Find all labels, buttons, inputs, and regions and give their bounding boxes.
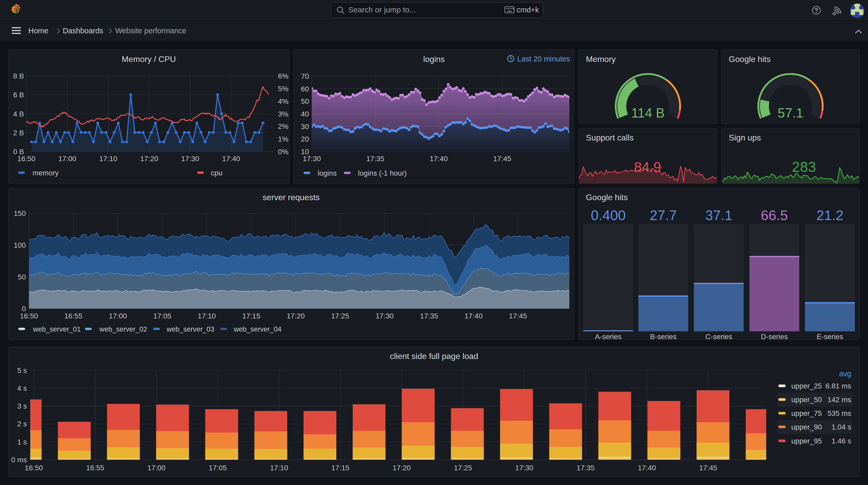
svg-text:17:15: 17:15 [242, 312, 260, 320]
svg-text:17:35: 17:35 [420, 312, 438, 320]
svg-text:20: 20 [301, 135, 309, 143]
svg-text:17:40: 17:40 [222, 155, 240, 163]
svg-text:70: 70 [301, 72, 309, 80]
svg-text:Last 20 minutes: Last 20 minutes [517, 55, 570, 63]
svg-text:114 B: 114 B [631, 106, 665, 120]
svg-text:50: 50 [301, 97, 309, 105]
svg-text:100: 100 [14, 241, 26, 249]
svg-text:8 B: 8 B [13, 72, 24, 80]
svg-text:17:25: 17:25 [331, 312, 349, 320]
svg-text:4%: 4% [278, 97, 288, 105]
svg-text:17:40: 17:40 [430, 155, 448, 163]
svg-text:17:00: 17:00 [148, 464, 165, 472]
svg-text:3 s: 3 s [17, 402, 27, 410]
svg-text:web_server_04: web_server_04 [234, 325, 282, 333]
svg-text:17:05: 17:05 [153, 312, 171, 320]
svg-text:17:10: 17:10 [270, 464, 288, 472]
svg-text:6 B: 6 B [13, 91, 24, 99]
svg-text:37.1: 37.1 [705, 207, 733, 223]
svg-text:upper_75: upper_75 [791, 409, 822, 417]
svg-text:avg: avg [839, 369, 851, 378]
svg-text:17:15: 17:15 [331, 464, 349, 472]
svg-text:283: 283 [792, 159, 816, 175]
svg-text:1%: 1% [278, 135, 288, 143]
svg-text:40: 40 [301, 110, 309, 118]
svg-text:17:00: 17:00 [58, 155, 76, 163]
svg-text:16:50: 16:50 [20, 312, 38, 320]
svg-text:30: 30 [301, 123, 309, 131]
svg-text:17:20: 17:20 [140, 155, 158, 163]
svg-text:Memory / CPU: Memory / CPU [122, 55, 176, 64]
svg-text:logins (-1 hour): logins (-1 hour) [358, 169, 407, 177]
svg-text:16:50: 16:50 [25, 464, 43, 472]
svg-text:2 B: 2 B [13, 129, 24, 137]
svg-text:17:05: 17:05 [209, 464, 227, 472]
svg-text:memory: memory [33, 169, 59, 177]
svg-text:0%: 0% [278, 148, 288, 156]
svg-text:66.5: 66.5 [761, 207, 788, 223]
svg-text:server requests: server requests [263, 193, 320, 202]
svg-text:6%: 6% [278, 72, 288, 80]
svg-text:?: ? [814, 7, 818, 14]
svg-text:C-series: C-series [705, 333, 732, 341]
svg-text:upper_25: upper_25 [791, 382, 822, 390]
svg-text:16:55: 16:55 [86, 464, 104, 472]
svg-text:17:10: 17:10 [99, 155, 117, 163]
svg-text:142 ms: 142 ms [828, 396, 851, 403]
svg-text:50: 50 [18, 273, 26, 281]
svg-text:1 s: 1 s [17, 438, 27, 446]
svg-text:5%: 5% [278, 85, 288, 93]
svg-text:5 s: 5 s [17, 366, 27, 375]
svg-text:17:10: 17:10 [197, 312, 216, 320]
svg-text:21.2: 21.2 [816, 207, 843, 223]
svg-text:0: 0 [22, 305, 26, 313]
svg-text:client side full page load: client side full page load [390, 352, 478, 361]
svg-text:Support calls: Support calls [586, 133, 634, 142]
svg-text:150: 150 [14, 209, 26, 218]
svg-text:16:55: 16:55 [64, 312, 83, 320]
svg-text:1.46 s: 1.46 s [832, 437, 851, 445]
svg-text:17:00: 17:00 [109, 312, 127, 320]
svg-text:upper_50: upper_50 [791, 396, 822, 403]
svg-text:web_server_03: web_server_03 [166, 325, 214, 333]
svg-text:57.1: 57.1 [778, 106, 803, 120]
svg-text:17:45: 17:45 [509, 312, 527, 320]
svg-text:logins: logins [318, 169, 337, 177]
svg-text:17:35: 17:35 [577, 464, 595, 472]
svg-text:17:45: 17:45 [699, 464, 717, 472]
svg-text:17:25: 17:25 [454, 464, 472, 472]
svg-text:A-series: A-series [595, 333, 622, 341]
svg-text:17:45: 17:45 [493, 155, 511, 163]
svg-text:17:40: 17:40 [464, 312, 483, 320]
svg-text:4 B: 4 B [13, 110, 24, 118]
svg-text:84.9: 84.9 [634, 159, 661, 174]
svg-text:535 ms: 535 ms [828, 409, 851, 417]
svg-text:17:30: 17:30 [303, 155, 321, 163]
svg-text:17:35: 17:35 [366, 155, 384, 163]
svg-text:1.04 s: 1.04 s [832, 423, 851, 431]
svg-text:27.7: 27.7 [650, 207, 677, 223]
svg-text:Google hits: Google hits [586, 193, 628, 202]
svg-text:upper_90: upper_90 [791, 423, 822, 431]
svg-text:16:50: 16:50 [17, 155, 35, 163]
svg-text:web_server_01: web_server_01 [33, 325, 81, 333]
svg-text:cmd+k: cmd+k [517, 6, 539, 14]
svg-text:logins: logins [423, 55, 445, 64]
svg-text:Website performance: Website performance [115, 27, 186, 35]
svg-text:D-series: D-series [761, 333, 788, 341]
svg-text:17:30: 17:30 [181, 155, 199, 163]
svg-text:Dashboards: Dashboards [63, 27, 103, 35]
svg-text:6.81 ms: 6.81 ms [826, 382, 851, 390]
svg-text:cpu: cpu [211, 169, 222, 177]
svg-text:3%: 3% [278, 110, 288, 118]
svg-text:2%: 2% [278, 122, 288, 130]
svg-text:Home: Home [28, 27, 48, 35]
svg-text:0.400: 0.400 [591, 207, 626, 223]
svg-text:Memory: Memory [586, 55, 616, 64]
svg-text:4 s: 4 s [17, 384, 27, 392]
svg-text:17:40: 17:40 [638, 464, 656, 472]
svg-text:Sign ups: Sign ups [729, 133, 761, 142]
svg-text:upper_95: upper_95 [791, 437, 822, 445]
svg-text:Google hits: Google hits [729, 55, 771, 64]
svg-text:E-series: E-series [816, 333, 843, 341]
